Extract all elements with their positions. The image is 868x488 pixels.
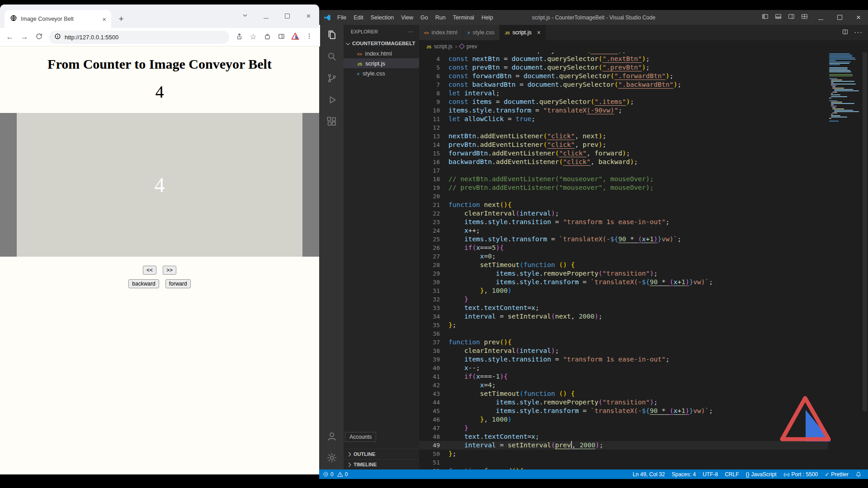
breadcrumb-symbol[interactable]: prev bbox=[467, 43, 477, 50]
code-line-16[interactable]: 16backwardBtn.addEventListener("click", … bbox=[419, 158, 828, 166]
code-line-45[interactable]: 45 items.style.transform = `translateX(-… bbox=[419, 407, 828, 415]
line-number[interactable]: 45 bbox=[419, 407, 440, 415]
line-number[interactable]: 46 bbox=[419, 415, 440, 424]
code-line-34[interactable]: 34 interval = setInterval(next, 2000); bbox=[419, 312, 828, 321]
line-number[interactable]: 33 bbox=[419, 304, 440, 312]
forward-button[interactable]: forward bbox=[165, 279, 191, 288]
line-number[interactable]: 18 bbox=[419, 175, 440, 183]
line-number[interactable]: 11 bbox=[419, 115, 440, 123]
code-line-46[interactable]: 46 }, 1000) bbox=[419, 415, 828, 424]
outline-section[interactable]: OUTLINE bbox=[344, 449, 419, 459]
vscode-close[interactable]: × bbox=[849, 10, 868, 25]
line-number[interactable]: 36 bbox=[419, 329, 440, 338]
vscode-toggle-secondary-sidebar[interactable] bbox=[785, 10, 798, 25]
browser-maximize[interactable] bbox=[277, 5, 298, 28]
line-number[interactable]: 50 bbox=[419, 450, 440, 458]
line-number[interactable]: 44 bbox=[419, 398, 440, 407]
code-line-19[interactable]: 19// prevBtn.addEventListener("mouseover… bbox=[419, 183, 828, 192]
line-number[interactable]: 26 bbox=[419, 244, 440, 252]
browser-logo-extension[interactable] bbox=[289, 31, 302, 43]
vscode-toggle-sidebar[interactable] bbox=[759, 10, 772, 25]
code-line-25[interactable]: 25 items.style.transform = `translateX(-… bbox=[419, 235, 828, 244]
status-indentation[interactable]: Spaces: 4 bbox=[672, 471, 696, 478]
code-line-27[interactable]: 27 x=0; bbox=[419, 252, 828, 261]
line-number[interactable]: 51 bbox=[419, 458, 440, 467]
browser-split-screen[interactable] bbox=[275, 31, 288, 43]
line-number[interactable]: 30 bbox=[419, 278, 440, 286]
explorer-more-actions-icon[interactable]: ··· bbox=[407, 29, 414, 34]
line-number[interactable]: 32 bbox=[419, 295, 440, 304]
line-number[interactable]: 5 bbox=[419, 63, 440, 72]
explorer-file-index.html[interactable]: <>index.html bbox=[344, 48, 419, 58]
breadcrumb-file[interactable]: script.js bbox=[434, 43, 453, 50]
status-notifications[interactable] bbox=[855, 471, 863, 478]
line-number[interactable]: 16 bbox=[419, 158, 440, 166]
editor-tab-script.js[interactable]: JSscript.js× bbox=[500, 25, 546, 40]
explorer-file-style.css[interactable]: #style.css bbox=[344, 68, 419, 78]
browser-back[interactable]: ← bbox=[4, 31, 16, 43]
status-cursor-position[interactable]: Ln 49, Col 32 bbox=[632, 471, 665, 478]
line-number[interactable]: 17 bbox=[419, 166, 440, 175]
menu-go[interactable]: Go bbox=[417, 14, 432, 21]
code-line-10[interactable]: 10items.style.transform = "translateX(-9… bbox=[419, 106, 828, 115]
code-line-21[interactable]: 21function next(){ bbox=[419, 201, 828, 209]
line-number[interactable]: 31 bbox=[419, 286, 440, 295]
line-number[interactable]: 20 bbox=[419, 192, 440, 201]
line-number[interactable]: 43 bbox=[419, 389, 440, 398]
code-line-13[interactable]: 13nextBtn.addEventListener("click", next… bbox=[419, 132, 828, 141]
line-number[interactable]: 35 bbox=[419, 321, 440, 329]
activitybar-extensions[interactable] bbox=[319, 112, 344, 133]
browser-extensions[interactable] bbox=[261, 31, 274, 43]
code-line-47[interactable]: 47 } bbox=[419, 424, 828, 432]
vscode-minimize[interactable] bbox=[811, 10, 830, 25]
status-prettier[interactable]: ✓Prettier bbox=[825, 471, 849, 478]
status-eol[interactable]: CRLF bbox=[725, 471, 739, 478]
vscode-customize-layout[interactable] bbox=[798, 10, 811, 25]
code-line-52[interactable]: 52function forward(){ bbox=[419, 467, 828, 469]
menu-help[interactable]: Help bbox=[478, 14, 497, 21]
code-line-31[interactable]: 31 }, 1000) bbox=[419, 286, 828, 295]
status-encoding[interactable]: UTF-8 bbox=[703, 471, 718, 478]
line-number[interactable]: 41 bbox=[419, 372, 440, 381]
code-line-18[interactable]: 18// nextBtn.addEventListener("mouseover… bbox=[419, 175, 828, 183]
breadcrumb[interactable]: JS script.js › prev bbox=[419, 40, 868, 52]
line-number[interactable]: 7 bbox=[419, 80, 440, 89]
line-number[interactable]: 47 bbox=[419, 424, 440, 432]
browser-close[interactable]: × bbox=[298, 5, 319, 28]
editor-scrollbar[interactable] bbox=[862, 52, 868, 469]
line-number[interactable]: 6 bbox=[419, 72, 440, 80]
code-line-20[interactable]: 20 bbox=[419, 192, 828, 201]
line-number[interactable]: 25 bbox=[419, 235, 440, 244]
backward-button[interactable]: backward bbox=[128, 279, 159, 288]
code-line-11[interactable]: 11let allowClick = true; bbox=[419, 115, 828, 123]
site-info-icon[interactable] bbox=[54, 33, 61, 42]
code-line-30[interactable]: 30 items.style.transform = `translateX(-… bbox=[419, 278, 828, 286]
code-line-43[interactable]: 43 setTimeout(function () { bbox=[419, 389, 828, 398]
line-number[interactable]: 9 bbox=[419, 98, 440, 106]
line-number[interactable]: 15 bbox=[419, 149, 440, 158]
line-number[interactable]: 38 bbox=[419, 347, 440, 355]
browser-tab[interactable]: Image Conveyor Belt × bbox=[5, 10, 111, 28]
new-tab-button[interactable]: + bbox=[115, 13, 127, 25]
code-line-42[interactable]: 42 x=4; bbox=[419, 381, 828, 389]
code-line-40[interactable]: 40 x--; bbox=[419, 364, 828, 372]
menu-terminal[interactable]: Terminal bbox=[449, 14, 478, 21]
menu-file[interactable]: File bbox=[334, 14, 350, 21]
code-line-49[interactable]: 49 interval = setInterval(prev, 2000); bbox=[419, 441, 828, 450]
code-line-36[interactable]: 36 bbox=[419, 329, 828, 338]
browser-share[interactable] bbox=[233, 31, 245, 43]
minimap[interactable] bbox=[828, 53, 862, 469]
close-icon[interactable]: × bbox=[537, 29, 541, 36]
next-button[interactable]: >> bbox=[163, 266, 176, 275]
code-editor[interactable]: 3const text = document.querySelector(".t… bbox=[419, 52, 868, 469]
line-number[interactable]: 48 bbox=[419, 432, 440, 441]
browser-minimize[interactable] bbox=[255, 5, 277, 28]
line-number[interactable]: 52 bbox=[419, 467, 440, 469]
line-number[interactable]: 22 bbox=[419, 209, 440, 218]
code-line-51[interactable]: 51 bbox=[419, 458, 828, 467]
timeline-section[interactable]: TIMELINE bbox=[344, 459, 419, 469]
code-line-32[interactable]: 32 } bbox=[419, 295, 828, 304]
explorer-file-script.js[interactable]: JSscript.js bbox=[344, 58, 419, 68]
line-number[interactable]: 28 bbox=[419, 261, 440, 269]
editor-tab-index.html[interactable]: <>index.html bbox=[419, 25, 463, 40]
